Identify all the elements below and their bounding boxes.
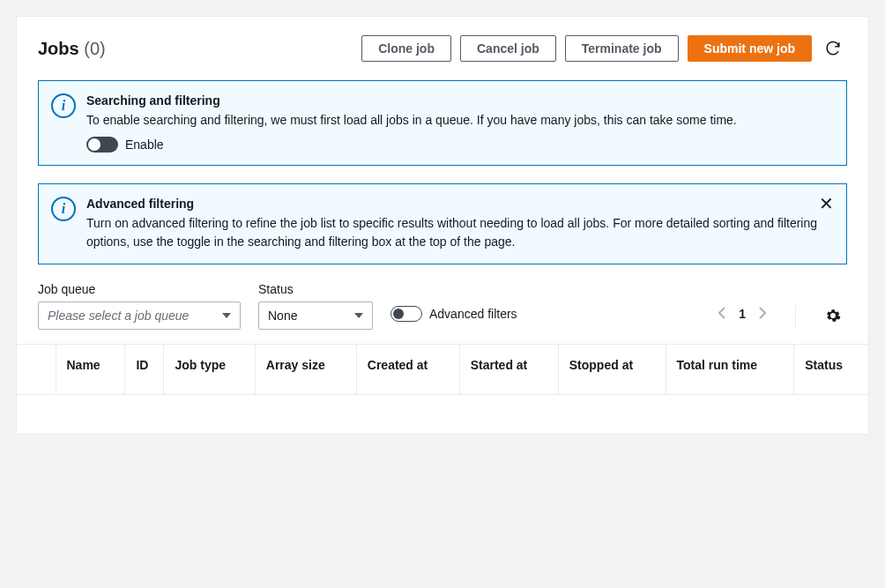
info-title: Advanced filtering (86, 197, 830, 211)
filter-bar: Job queue Please select a job queue Stat… (38, 282, 847, 330)
searching-filtering-info: i Searching and filtering To enable sear… (38, 80, 847, 166)
jobs-panel: Jobs (0) Clone job Cancel job Terminate … (16, 16, 869, 435)
pager-next[interactable] (751, 304, 772, 324)
table-header: Name ID Job type Array size Created at S… (17, 345, 868, 395)
chevron-left-icon (718, 306, 728, 320)
refresh-button[interactable] (819, 34, 847, 63)
title-text: Jobs (38, 39, 79, 58)
cancel-job-button[interactable]: Cancel job (460, 35, 556, 62)
info-icon: i (51, 197, 76, 221)
advanced-filters-toggle[interactable] (390, 306, 422, 322)
job-queue-field: Job queue Please select a job queue (38, 282, 241, 330)
submit-new-job-button[interactable]: Submit new job (688, 35, 812, 62)
job-queue-label: Job queue (38, 282, 241, 296)
close-icon[interactable]: ✕ (819, 195, 834, 212)
divider (795, 305, 796, 330)
gear-icon (825, 308, 841, 324)
col-status[interactable]: Status (794, 345, 868, 395)
advanced-filtering-info: i Advanced filtering Turn on advanced fi… (38, 183, 847, 264)
caret-down-icon (222, 313, 231, 318)
info-body: Turn on advanced filtering to refine the… (86, 214, 830, 251)
enable-toggle-label: Enable (125, 138, 164, 152)
status-select[interactable]: None (258, 301, 373, 330)
jobs-table: Name ID Job type Array size Created at S… (17, 344, 868, 434)
col-stopped-at[interactable]: Stopped at (558, 345, 666, 395)
enable-toggle-row: Enable (86, 137, 830, 153)
status-value: None (268, 309, 297, 323)
status-field: Status None (258, 282, 373, 330)
svg-point-0 (831, 314, 835, 317)
advanced-filters-control: Advanced filters (390, 298, 517, 330)
advanced-filters-label: Advanced filters (429, 307, 517, 321)
caret-down-icon (354, 313, 363, 318)
settings-button[interactable] (819, 301, 847, 330)
refresh-icon (825, 41, 841, 56)
info-body: To enable searching and filtering, we mu… (86, 111, 830, 130)
col-id[interactable]: ID (125, 345, 164, 395)
col-created-at[interactable]: Created at (356, 345, 459, 395)
clone-job-button[interactable]: Clone job (361, 35, 451, 62)
job-count: (0) (84, 39, 105, 58)
job-queue-placeholder: Please select a job queue (48, 309, 189, 323)
terminate-job-button[interactable]: Terminate job (565, 35, 679, 62)
col-array-size[interactable]: Array size (255, 345, 356, 395)
col-job-type[interactable]: Job type (164, 345, 255, 395)
col-started-at[interactable]: Started at (459, 345, 558, 395)
job-queue-select[interactable]: Please select a job queue (38, 301, 241, 330)
pagination: 1 (712, 298, 772, 330)
pager-prev[interactable] (712, 304, 733, 324)
chevron-right-icon (756, 306, 767, 320)
info-icon: i (51, 93, 76, 118)
col-select (17, 345, 56, 395)
panel-header: Jobs (0) Clone job Cancel job Terminate … (38, 34, 847, 63)
col-name[interactable]: Name (56, 345, 125, 395)
info-title: Searching and filtering (86, 93, 830, 108)
page-title: Jobs (0) (38, 39, 353, 59)
col-total-run-time[interactable]: Total run time (666, 345, 794, 395)
pager-current: 1 (733, 307, 751, 321)
status-label: Status (258, 282, 373, 296)
enable-toggle[interactable] (86, 137, 118, 153)
empty-row (17, 395, 868, 434)
